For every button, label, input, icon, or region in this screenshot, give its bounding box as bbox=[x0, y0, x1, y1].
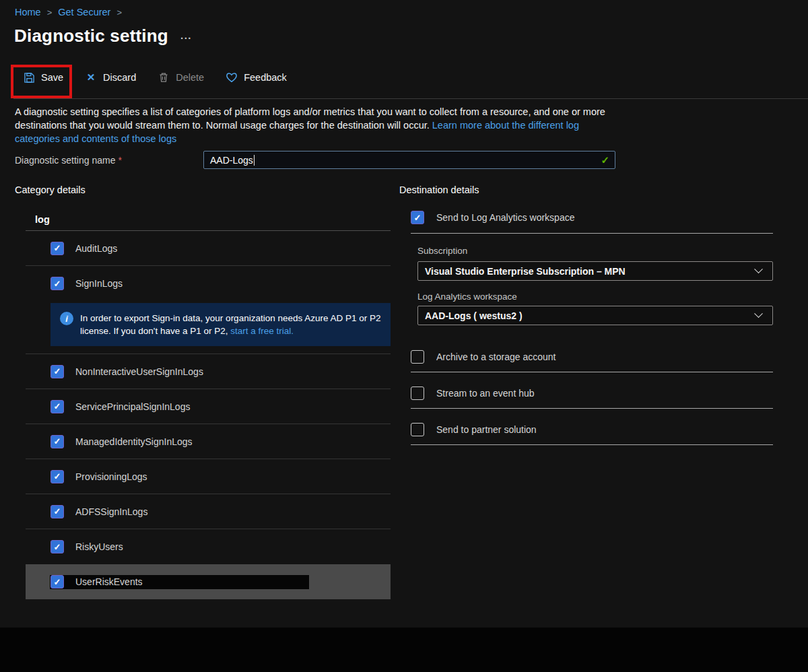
category-label: ServicePrincipalSignInLogs bbox=[75, 401, 190, 412]
delete-button-label: Delete bbox=[176, 72, 204, 83]
page-description: A diagnostic setting specifies a list of… bbox=[15, 105, 621, 145]
chevron-down-icon bbox=[754, 309, 763, 318]
info-icon: i bbox=[60, 312, 73, 325]
destination-option-label: Send to Log Analytics workspace bbox=[436, 212, 574, 223]
save-button-label: Save bbox=[41, 72, 63, 83]
divider bbox=[411, 372, 773, 372]
destination-option-label: Send to partner solution bbox=[436, 424, 537, 435]
chevron-down-icon bbox=[754, 265, 763, 273]
checkbox-unchecked-icon[interactable] bbox=[411, 350, 424, 364]
checkbox-checked-icon[interactable]: ✓ bbox=[50, 242, 64, 255]
diagnostic-setting-page: Home > Get Securer > Diagnostic setting … bbox=[0, 0, 808, 672]
destination-details-header: Destination details bbox=[399, 184, 479, 195]
discard-button-label: Discard bbox=[103, 72, 136, 83]
validation-check-icon: ✓ bbox=[601, 154, 609, 166]
subscription-selected-value: Visual Studio Enterprise Subscription – … bbox=[425, 266, 626, 277]
category-row-userriskevents[interactable]: ✓ UserRiskEvents bbox=[26, 564, 391, 599]
divider bbox=[411, 444, 773, 445]
checkbox-unchecked-icon[interactable] bbox=[411, 423, 424, 436]
toolbar-divider bbox=[13, 98, 808, 99]
breadcrumb-get-securer[interactable]: Get Securer bbox=[58, 7, 110, 18]
checkbox-checked-icon[interactable]: ✓ bbox=[50, 365, 64, 378]
breadcrumb-separator-icon: > bbox=[47, 7, 53, 18]
required-asterisk: * bbox=[118, 155, 121, 166]
category-label: SignInLogs bbox=[75, 278, 123, 289]
name-input-value: AAD-Logs bbox=[210, 155, 253, 166]
diagnostic-setting-name-input[interactable]: AAD-Logs ✓ bbox=[203, 151, 615, 169]
subscription-label: Subscription bbox=[417, 246, 467, 256]
diagnostic-setting-name-label: Diagnostic setting name* bbox=[15, 155, 122, 166]
workspace-label: Log Analytics workspace bbox=[417, 292, 517, 302]
stream-event-hub-row[interactable]: Stream to an event hub bbox=[411, 387, 535, 400]
workspace-select[interactable]: AAD-Logs ( westus2 ) bbox=[417, 306, 773, 325]
save-button[interactable]: Save bbox=[23, 71, 63, 83]
category-row-adfs[interactable]: ✓ ADFSSignInLogs bbox=[26, 494, 391, 529]
command-bar: Save ✕ Discard Delete Feedb bbox=[23, 71, 287, 83]
checkbox-checked-icon[interactable]: ✓ bbox=[50, 505, 64, 518]
text-cursor bbox=[254, 155, 255, 166]
heart-icon bbox=[226, 71, 238, 83]
checkbox-checked-icon[interactable]: ✓ bbox=[50, 435, 64, 448]
category-details-header: Category details bbox=[15, 184, 86, 195]
info-banner-text: In order to export Sign-in data, your or… bbox=[80, 312, 381, 337]
category-row-auditlogs[interactable]: ✓ AuditLogs bbox=[26, 231, 391, 266]
category-label: ManagedIdentitySignInLogs bbox=[75, 436, 193, 447]
signin-info-container: i In order to export Sign-in data, your … bbox=[26, 301, 391, 354]
title-more-menu[interactable]: ... bbox=[180, 30, 192, 41]
category-label: NonInteractiveUserSignInLogs bbox=[75, 366, 203, 377]
category-label: ADFSSignInLogs bbox=[75, 506, 147, 517]
checkbox-checked-icon[interactable]: ✓ bbox=[50, 540, 64, 553]
save-icon bbox=[23, 71, 35, 83]
category-label: UserRiskEvents bbox=[75, 576, 143, 587]
destination-option-label: Stream to an event hub bbox=[436, 388, 535, 399]
checkbox-checked-icon[interactable]: ✓ bbox=[411, 211, 424, 224]
category-row-serviceprincipal[interactable]: ✓ ServicePrincipalSignInLogs bbox=[26, 389, 391, 424]
category-row-signinlogs[interactable]: ✓ SignInLogs bbox=[26, 266, 391, 301]
free-trial-link[interactable]: start a free trial. bbox=[230, 326, 294, 336]
name-label-text: Diagnostic setting name bbox=[15, 155, 115, 166]
checkbox-checked-icon[interactable]: ✓ bbox=[50, 575, 64, 589]
category-row-managedidentity[interactable]: ✓ ManagedIdentitySignInLogs bbox=[26, 424, 391, 459]
category-label: RiskyUsers bbox=[75, 541, 123, 552]
page-title: Diagnostic setting bbox=[14, 26, 168, 46]
destination-option-label: Archive to a storage account bbox=[436, 351, 556, 362]
breadcrumb-home[interactable]: Home bbox=[15, 7, 41, 18]
workspace-selected-value: AAD-Logs ( westus2 ) bbox=[425, 310, 523, 321]
breadcrumb-separator-icon: > bbox=[116, 7, 122, 18]
feedback-button[interactable]: Feedback bbox=[226, 71, 287, 83]
category-row-provisioning[interactable]: ✓ ProvisioningLogs bbox=[26, 459, 391, 494]
subscription-select[interactable]: Visual Studio Enterprise Subscription – … bbox=[417, 261, 773, 281]
feedback-button-label: Feedback bbox=[244, 72, 287, 83]
checkbox-checked-icon[interactable]: ✓ bbox=[50, 400, 64, 413]
delete-button[interactable]: Delete bbox=[158, 71, 204, 83]
category-label: ProvisioningLogs bbox=[75, 471, 147, 482]
send-partner-solution-row[interactable]: Send to partner solution bbox=[411, 423, 537, 436]
checkbox-unchecked-icon[interactable] bbox=[411, 387, 424, 400]
category-list: ✓ AuditLogs ✓ SignInLogs i In order to e… bbox=[26, 230, 391, 599]
category-label: AuditLogs bbox=[75, 243, 117, 254]
discard-button[interactable]: ✕ Discard bbox=[85, 71, 136, 83]
signin-info-banner: i In order to export Sign-in data, your … bbox=[50, 303, 391, 346]
send-to-log-analytics-row[interactable]: ✓ Send to Log Analytics workspace bbox=[411, 211, 574, 224]
checkbox-checked-icon[interactable]: ✓ bbox=[50, 470, 64, 483]
category-row-noninteractive[interactable]: ✓ NonInteractiveUserSignInLogs bbox=[26, 354, 391, 389]
divider bbox=[411, 233, 773, 234]
archive-storage-row[interactable]: Archive to a storage account bbox=[411, 350, 556, 364]
trash-icon bbox=[158, 71, 170, 83]
checkbox-checked-icon[interactable]: ✓ bbox=[50, 277, 64, 290]
divider bbox=[411, 408, 773, 409]
log-group-header: log bbox=[35, 214, 50, 225]
bottom-band bbox=[0, 628, 808, 672]
category-row-riskyusers[interactable]: ✓ RiskyUsers bbox=[26, 529, 391, 564]
breadcrumb: Home > Get Securer > bbox=[15, 7, 122, 18]
discard-x-icon: ✕ bbox=[85, 71, 97, 83]
